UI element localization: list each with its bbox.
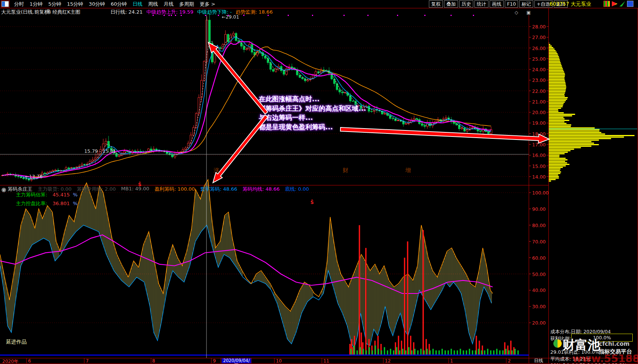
level2-quote-icon[interactable] — [603, 1, 610, 7]
price-axis-label: 28.00 — [532, 24, 546, 30]
price-axis-label: 23.00 — [532, 77, 546, 83]
price-axis-label: 17.00 — [532, 142, 546, 147]
toolbar: 分时1分钟5分钟15分钟30分钟60分钟日线周线月线多周期更多 > 复权叠加历史… — [0, 0, 638, 8]
author-credit: 延进作品 — [6, 339, 27, 345]
indicator-param: 套牢筹码: 48.66 — [200, 186, 237, 193]
title-indicator-value: 日行线: 24.21 — [110, 9, 143, 16]
55188-watermark: www.55188.com — [572, 353, 638, 364]
toolbar-icons — [603, 1, 633, 7]
annotation-line: 都是呈现黄色盈利筹码... — [259, 122, 366, 132]
chevron-down-icon[interactable]: ∨ — [46, 9, 50, 14]
price-axis-label: 18.00 — [532, 131, 546, 137]
instrument-title: 大元泵业(日线.前复权) — [1, 9, 51, 16]
blue-chart-icon[interactable] — [627, 1, 633, 7]
period-item-月线[interactable]: 月线 — [164, 1, 173, 8]
period-item-5分钟[interactable]: 5分钟 — [48, 1, 61, 8]
title-indicator-value: 中级趋势下降: - — [197, 9, 232, 16]
indicator-pane-title[interactable]: 筹码杀庄王 — [8, 186, 32, 192]
indicator-axis-label: 50.00 — [532, 271, 546, 277]
period-item-60分钟[interactable]: 60分钟 — [111, 1, 127, 8]
toolbar-button-标记[interactable]: 标记 — [519, 0, 533, 8]
indicator-axis-label: 70.00 — [532, 239, 546, 245]
price-axis-label: 27.00 — [532, 35, 546, 40]
indicator-axis-label: 20.00 — [532, 320, 546, 326]
period-item-多周期[interactable]: 多周期 — [179, 1, 194, 8]
indicator-param: 筹码均线: 48.66 — [243, 186, 280, 193]
price-axis-label: 22.00 — [532, 88, 546, 94]
low-price-label: ←13.76 — [25, 174, 43, 179]
indicator-param: MB1: 49.00 — [121, 186, 149, 193]
date-axis-label: 6 — [28, 358, 31, 364]
toolbar-button-叠加[interactable]: 叠加 — [444, 0, 458, 8]
toolbar-button-复权[interactable]: 复权 — [429, 0, 443, 8]
chevron-down-icon[interactable]: ∨ — [2, 188, 6, 192]
period-tab-daily[interactable]: 日线 — [529, 358, 548, 363]
toolbar-button-统计[interactable]: 统计 — [474, 0, 488, 8]
annotation-line: 在此图涨幅高点时... — [259, 94, 366, 104]
price-axis-label: 20.00 — [532, 110, 546, 115]
price-axis-label: 24.00 — [532, 67, 546, 72]
price-axis-label: 19.00 — [532, 120, 546, 126]
stock-code-name: 603757 大元泵业 — [550, 1, 591, 8]
price-axis-label: 26.00 — [532, 46, 546, 51]
period-menu: 分时1分钟5分钟15分钟30分钟60分钟日线周线月线多周期更多 > — [11, 1, 215, 8]
background-watermark-char: 财 — [343, 167, 348, 174]
period-item-日线[interactable]: 日线 — [132, 1, 142, 8]
indicator-values: 日行线: 24.21中级趋势上升: 19.59中级趋势下降: -趋势监测: 18… — [110, 9, 273, 16]
date-axis-label: 12 — [385, 358, 391, 364]
period-item-1分钟[interactable]: 1分钟 — [30, 1, 43, 8]
period-item-15分钟[interactable]: 15分钟 — [67, 1, 83, 8]
date-axis-label: 11 — [323, 358, 329, 364]
price-axis-label: 16.00 — [532, 152, 546, 158]
price-axis-label: 14.00 — [532, 174, 546, 180]
indicator-axis-label: 100.00 — [532, 190, 549, 196]
cfchi-watermark: 财富池 — [553, 337, 600, 354]
date-axis-label: 2 — [508, 358, 511, 364]
period-item-更多 >[interactable]: 更多 > — [200, 1, 215, 8]
annotation-line: 与右边筹码一样... — [259, 113, 366, 122]
period-item-周线[interactable]: 周线 — [148, 1, 158, 8]
window-split-icon[interactable] — [2, 1, 9, 7]
price-axis-label: 25.00 — [532, 56, 546, 62]
sell-signal-marker: Ŝ — [138, 182, 142, 187]
main-indicator-name[interactable]: 经典红K主图 — [52, 9, 80, 16]
date-axis-label: 2020年 — [2, 358, 19, 364]
green-arrow-icon[interactable] — [619, 1, 625, 6]
indicator-axis-label: 30.00 — [532, 304, 546, 309]
background-watermark-char: 增 — [405, 167, 411, 174]
price-axis-label: 21.00 — [532, 99, 546, 105]
main-chip-estimate: 主力筹码估算:45.415% — [16, 191, 77, 198]
sell-signal-marker: Ŝ — [310, 200, 314, 205]
date-axis-label: 7 — [86, 358, 89, 364]
main-control-ratio: 主力控盘比率:36.801% — [16, 200, 77, 207]
background-watermark-char: 涨 — [214, 167, 219, 174]
date-axis-label: 1 — [450, 358, 453, 364]
toolbar-button-F10[interactable]: F10 — [505, 0, 518, 8]
date-axis-label: 9 — [213, 358, 216, 364]
indicator-param: 底线: 0.00 — [285, 186, 309, 193]
toolbar-button-画线[interactable]: 画线 — [490, 0, 504, 8]
trading-app-window: { "toolbar":{ "periods":["分时","1分钟","5分钟… — [0, 0, 638, 364]
date-axis-label: 10 — [276, 358, 282, 364]
indicator-param: 筹码专用线: 2.00 — [77, 186, 116, 193]
indicator-axis-label: 90.00 — [532, 206, 546, 212]
price-axis-label: 15.00 — [532, 163, 546, 169]
date-axis-label: 8 — [152, 358, 155, 364]
period-item-30分钟[interactable]: 30分钟 — [89, 1, 105, 8]
toolbar-button-历史[interactable]: 历史 — [459, 0, 473, 8]
indicator-param: 盈利筹码: 100.00 — [154, 186, 195, 193]
annotation-text: 在此图涨幅高点时...《筹码杀庄王》对应的高点和区域...与右边筹码一样...都… — [259, 94, 366, 132]
red-arrow-icon[interactable] — [612, 1, 618, 6]
selected-date-highlight: 2020/09/04/五 — [222, 358, 251, 363]
indicator-axis-label: 60.00 — [532, 255, 546, 261]
cfchi-logo-icon — [553, 339, 562, 348]
period-item-分时[interactable]: 分时 — [14, 1, 24, 8]
crosshair-price-label: 15.79 - 15.81 — [84, 148, 116, 154]
indicator-axis-label: 80.00 — [532, 223, 546, 228]
title-indicator-value: 趋势监测: 18.66 — [236, 9, 273, 16]
indicator-axis-label: 40.00 — [532, 287, 546, 293]
annotation-line: 《筹码杀庄王》对应的高点和区域... — [259, 104, 366, 113]
toolbar-buttons: 复权叠加历史统计画线F10标记+自选返回 — [429, 0, 568, 8]
chart-title-bar: 大元泵业(日线.前复权) ∨ 经典红K主图 日行线: 24.21中级趋势上升: … — [0, 8, 638, 15]
title-indicator-value: 中级趋势上升: 19.59 — [147, 9, 194, 16]
